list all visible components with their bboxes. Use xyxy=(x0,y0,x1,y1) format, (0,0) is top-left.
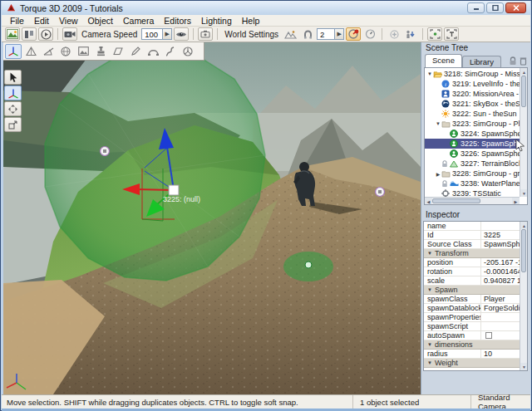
maximize-button[interactable] xyxy=(486,2,504,13)
spawn-handle[interactable] xyxy=(376,188,385,197)
trash-icon[interactable] xyxy=(520,56,527,66)
snap-size-input[interactable]: 2 xyxy=(317,28,335,40)
field-value[interactable] xyxy=(480,331,520,340)
gizmo-x-axis[interactable] xyxy=(136,189,174,190)
tree-item-3223[interactable]: ▼3223: SimGroup - PlayerDro xyxy=(425,119,520,129)
expand-arrow-icon[interactable]: ▶ xyxy=(435,171,441,177)
tree-item-3228[interactable]: ▶3228: SimGroup - grass xyxy=(425,169,520,179)
inspector-section-dimensions[interactable]: ▼dimensions xyxy=(424,340,520,350)
field-value[interactable]: 10 xyxy=(480,350,520,358)
field-value[interactable]: 0.940827 1. xyxy=(480,276,520,285)
spawn-icon xyxy=(450,149,459,158)
menu-file[interactable]: File xyxy=(5,15,29,26)
tool-paper-icon[interactable] xyxy=(110,44,126,59)
tree-item-3227[interactable]: 3227: TerrainBlock - Terr xyxy=(425,159,520,169)
palette-move-axes-icon[interactable] xyxy=(4,86,22,100)
gizmo-center-handle[interactable] xyxy=(169,185,179,195)
tree-item-3224[interactable]: 3224: SpawnSphere xyxy=(425,129,520,139)
collapse-arrow-icon[interactable]: ▼ xyxy=(427,360,432,365)
soft-snap-magnet-button[interactable] xyxy=(300,27,315,41)
snapshot-button[interactable] xyxy=(198,27,213,41)
drop-player-button[interactable] xyxy=(403,27,418,41)
autospawn-checkbox[interactable] xyxy=(485,332,492,339)
field-value[interactable]: ForgeSoldie xyxy=(480,304,520,312)
snap-size-spinner[interactable]: ▶ xyxy=(335,28,344,40)
3d-viewport[interactable]: 3225: (null) xyxy=(3,42,421,394)
field-value[interactable] xyxy=(480,313,520,321)
field-label: name xyxy=(424,222,480,230)
bounds-render-toggle-button[interactable] xyxy=(427,27,442,41)
menu-editors[interactable]: Editors xyxy=(159,15,196,26)
grid-snap-button[interactable] xyxy=(362,27,377,41)
tree-item-3220[interactable]: 3220: MissionArea - theMiss xyxy=(425,89,520,99)
menu-camera[interactable]: Camera xyxy=(118,15,159,26)
object-snap-toggle-button[interactable] xyxy=(346,27,361,41)
tree-horizontal-scrollbar[interactable]: ◀▶ xyxy=(425,197,520,204)
lock-icon[interactable] xyxy=(509,56,517,66)
toggle-gui-editor-button[interactable] xyxy=(22,27,37,41)
tool-image-icon[interactable] xyxy=(75,44,91,59)
tree-item-3238[interactable]: 3238: WaterPlane - theW xyxy=(425,179,520,188)
collapse-arrow-icon[interactable]: ▼ xyxy=(427,342,432,347)
toggle-world-editor-button[interactable] xyxy=(5,27,20,41)
palette-rotate-icon[interactable] xyxy=(4,101,22,116)
tool-prism-icon[interactable] xyxy=(22,44,39,59)
palette-scale-icon[interactable] xyxy=(4,117,22,132)
terrain-height-button[interactable] xyxy=(283,27,298,41)
expand-arrow-icon[interactable]: ▼ xyxy=(435,121,441,126)
tree-vertical-scrollbar[interactable]: ▲▼ xyxy=(520,68,527,197)
inspector-field-spawnproperties: spawnProperties xyxy=(424,313,520,322)
tool-curve-icon[interactable] xyxy=(145,44,161,59)
camera-speed-spinner[interactable]: ▶ xyxy=(163,28,172,40)
menu-view[interactable]: View xyxy=(54,15,83,26)
collapse-arrow-icon[interactable]: ▼ xyxy=(427,287,432,292)
close-button[interactable] xyxy=(505,2,526,13)
field-value[interactable] xyxy=(480,222,520,230)
play-game-button[interactable] xyxy=(38,27,53,41)
field-value[interactable]: -205.167 -1 xyxy=(480,258,520,267)
tool-stamp-icon[interactable] xyxy=(92,44,109,59)
main-toolbar: Camera Speed 100 ▶ World Settings 2 ▶ xyxy=(2,27,530,42)
tool-axes-icon[interactable] xyxy=(5,44,22,59)
field-value[interactable] xyxy=(480,322,520,330)
inspector-section-spawn[interactable]: ▼Spawn xyxy=(424,286,520,295)
tool-river-icon[interactable] xyxy=(162,44,179,59)
text-render-toggle-button[interactable] xyxy=(444,27,459,41)
menu-object[interactable]: Object xyxy=(83,15,118,26)
tree-item-3225[interactable]: 3225: SpawnSphere xyxy=(425,139,520,149)
tool-wheel-icon[interactable] xyxy=(180,44,196,59)
inspector-section-transform[interactable]: ▼Transform xyxy=(424,249,520,258)
tree-item-3222[interactable]: 3222: Sun - theSun xyxy=(425,109,520,119)
tab-library[interactable]: Library xyxy=(462,56,501,67)
tree-item-3226[interactable]: 3226: SpawnSphere xyxy=(425,149,520,159)
add-object-button[interactable] xyxy=(387,27,401,41)
tree-item-3239[interactable]: 3239: TSStatic xyxy=(425,188,520,197)
camera-menu-button[interactable] xyxy=(62,27,77,41)
tool-globe-icon[interactable] xyxy=(57,44,74,59)
menu-edit[interactable]: Edit xyxy=(29,15,54,26)
inspector-section-weight[interactable]: ▼Weight xyxy=(424,359,520,368)
inspector-scrollbar[interactable]: ▲▼ xyxy=(520,222,527,370)
minimize-button[interactable] xyxy=(467,2,485,13)
palette-select-arrow-icon[interactable] xyxy=(4,70,22,85)
tool-pen-icon[interactable] xyxy=(127,44,144,59)
title-bar[interactable]: Torque 3D 2009 - Tutorials xyxy=(2,1,530,15)
field-value[interactable]: -0.0001464 xyxy=(480,267,520,276)
expand-arrow-icon[interactable]: ▼ xyxy=(426,71,433,76)
camera-speed-input[interactable]: 100 xyxy=(141,28,163,40)
collapse-arrow-icon[interactable]: ▼ xyxy=(427,251,432,256)
inspector-field-radius: radius10 xyxy=(424,350,520,359)
field-value[interactable]: SpawnSphere xyxy=(480,240,520,248)
spawn-handle[interactable] xyxy=(101,147,110,156)
tool-protractor-icon[interactable] xyxy=(40,44,57,59)
field-value[interactable]: 3225 xyxy=(480,231,520,239)
tab-scene[interactable]: Scene xyxy=(425,54,462,67)
field-value[interactable]: Player xyxy=(480,295,520,303)
tree-item-3219[interactable]: i3219: LevelInfo - theLevelIn xyxy=(425,79,520,89)
tree-item-3218[interactable]: ▼3218: SimGroup - MissionGroup xyxy=(425,69,520,79)
viewport-3d-scene[interactable]: 3225: (null) xyxy=(3,42,421,394)
menu-help[interactable]: Help xyxy=(237,15,265,26)
menu-lighting[interactable]: Lighting xyxy=(196,15,237,26)
visibility-eye-button[interactable] xyxy=(174,27,189,41)
tree-item-3221[interactable]: 3221: SkyBox - theSky xyxy=(425,99,520,109)
